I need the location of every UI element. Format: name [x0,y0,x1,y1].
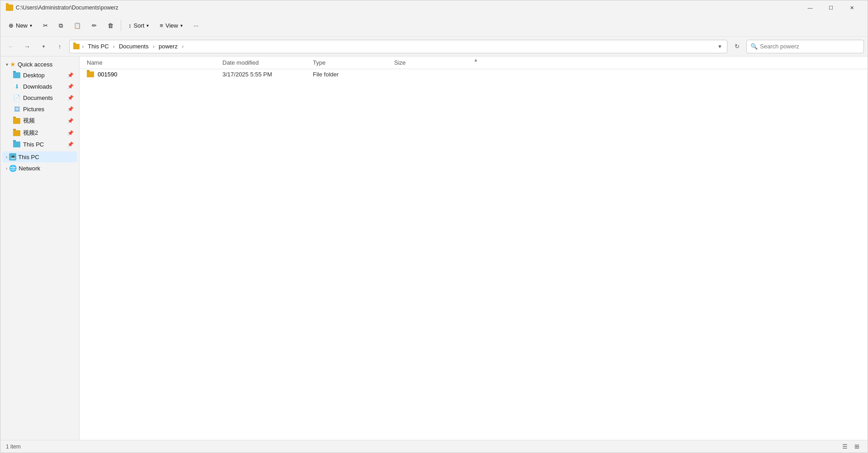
sidebar: ▾ ★ Quick access Desktop 📌 ⬇ Downloads 📌… [0,57,80,440]
downloads-icon: ⬇ [13,83,20,90]
window-title: C:\Users\Administrator\Documents\powerz [16,5,118,11]
address-bar[interactable]: › This PC › Documents › powerz › ▾ [69,40,727,53]
this-pc-chevron-icon: › [6,155,7,160]
col-header-type[interactable]: Type [311,58,392,67]
file-name-cell: 001590 [87,71,222,78]
details-view-button[interactable]: ⊞ [851,442,862,452]
videos2-pin-icon: 📌 [67,130,74,136]
file-type-cell: File folder [313,71,394,78]
quick-access-header[interactable]: ▾ ★ Quick access [2,59,77,70]
sidebar-this-pc-pinned-label: This PC [23,141,44,148]
this-pc-label: This PC [18,154,39,160]
col-header-name[interactable]: Name [85,58,221,67]
file-folder-icon [87,71,94,77]
view-label: View [165,22,178,29]
more-label: ··· [193,22,198,29]
minimize-button[interactable]: — [800,0,821,15]
table-row[interactable]: 001590 3/17/2025 5:55 PM File folder [81,70,866,79]
sidebar-item-downloads[interactable]: ⬇ Downloads 📌 [2,81,77,92]
maximize-button[interactable]: ☐ [821,0,841,15]
breadcrumb-powerz[interactable]: powerz [157,42,179,51]
sidebar-item-documents[interactable]: 📄 Documents 📌 [2,92,77,103]
this-pc-pinned-pin-icon: 📌 [67,142,74,147]
sidebar-item-pictures[interactable]: 🖼 Pictures 📌 [2,104,77,114]
title-bar-left: C:\Users\Administrator\Documents\powerz [6,5,118,11]
breadcrumb-documents[interactable]: Documents [117,42,151,51]
title-bar-controls: — ☐ ✕ [800,0,862,15]
breadcrumb-sep-2: › [153,43,155,50]
sidebar-desktop-label: Desktop [23,72,45,79]
breadcrumb-sep-1: › [113,43,115,50]
address-bar-row: ← → ▾ ↑ › This PC › Documents › powerz ›… [0,37,868,57]
col-header-size[interactable]: Size [392,58,447,67]
network-header[interactable]: › 🌐 Network [2,163,77,174]
downloads-pin-icon: 📌 [67,84,74,90]
quick-access-star-icon: ★ [10,61,16,68]
documents-icon: 📄 [13,94,20,101]
sidebar-item-videos1[interactable]: 视频 📌 [2,115,77,127]
search-box[interactable]: 🔍 [746,40,864,53]
item-count: 1 item [6,444,21,450]
breadcrumb-this-pc[interactable]: This PC [86,42,110,51]
network-icon: 🌐 [9,165,17,172]
rename-button[interactable]: ✏ [87,18,101,34]
recent-button[interactable]: ▾ [37,40,50,53]
status-bar: 1 item ☰ ⊞ [0,440,868,453]
documents-pin-icon: 📌 [67,95,74,101]
main-content: ▾ ★ Quick access Desktop 📌 ⬇ Downloads 📌… [0,57,868,440]
quick-access-label: Quick access [18,61,52,68]
pictures-icon: 🖼 [13,105,20,113]
column-headers: ▲ Name Date modified Type Size [80,57,868,69]
more-button[interactable]: ··· [189,18,203,34]
this-pc-icon: 💻 [9,153,16,160]
cut-button[interactable]: ✂ [38,18,52,34]
view-button[interactable]: ≡ View ▾ [155,18,187,34]
file-name: 001590 [98,71,117,78]
delete-button[interactable]: 🗑 [103,18,118,34]
this-pc-pinned-icon [13,142,20,147]
sidebar-documents-label: Documents [23,94,53,101]
sidebar-item-this-pc-pinned[interactable]: This PC 📌 [2,139,77,150]
paste-button[interactable]: 📋 [69,18,85,34]
toolbar: ⊕ New ▾ ✂ ⧉ 📋 ✏ 🗑 ↕ Sort ▾ [0,15,868,37]
network-label: Network [19,165,40,172]
explorer-window: C:\Users\Administrator\Documents\powerz … [0,0,868,453]
sidebar-videos2-label: 视频2 [23,129,38,137]
view-chevron-icon: ▾ [180,23,183,28]
sidebar-downloads-label: Downloads [23,83,52,90]
refresh-button[interactable]: ↻ [730,40,744,53]
address-dropdown-icon[interactable]: ▾ [717,42,723,51]
col-header-date[interactable]: Date modified [221,58,311,67]
search-input[interactable] [760,43,860,50]
up-button[interactable]: ↑ [53,40,66,53]
new-label: New [16,22,28,29]
list-view-button[interactable]: ☰ [840,442,850,452]
address-folder-icon [73,44,80,49]
this-pc-header[interactable]: › 💻 This PC [2,151,77,162]
quick-access-chevron-icon: ▾ [6,62,8,67]
videos1-pin-icon: 📌 [67,118,74,124]
paste-icon: 📋 [74,22,81,29]
pictures-pin-icon: 📌 [67,106,74,112]
rename-icon: ✏ [92,22,97,29]
sidebar-item-videos2[interactable]: 视频2 📌 [2,127,77,139]
cut-icon: ✂ [43,22,48,29]
file-area: ▲ Name Date modified Type Size 001590 3/… [80,57,868,440]
back-button[interactable]: ← [4,40,18,53]
sort-chevron-icon: ▾ [146,23,149,28]
title-bar: C:\Users\Administrator\Documents\powerz … [0,0,868,15]
sort-button[interactable]: ↕ Sort ▾ [124,18,153,34]
desktop-pin-icon: 📌 [67,72,74,78]
copy-button[interactable]: ⧉ [54,18,67,34]
sidebar-videos1-label: 视频 [23,117,35,125]
title-folder-icon [6,5,13,11]
videos2-icon [13,130,20,136]
videos1-icon [13,118,20,124]
sidebar-item-desktop[interactable]: Desktop 📌 [2,70,77,80]
delete-icon: 🗑 [108,22,113,29]
new-icon: ⊕ [9,22,14,29]
new-button[interactable]: ⊕ New ▾ [4,18,37,34]
view-icon: ≡ [160,22,163,29]
forward-button[interactable]: → [20,40,34,53]
close-button[interactable]: ✕ [841,0,862,15]
